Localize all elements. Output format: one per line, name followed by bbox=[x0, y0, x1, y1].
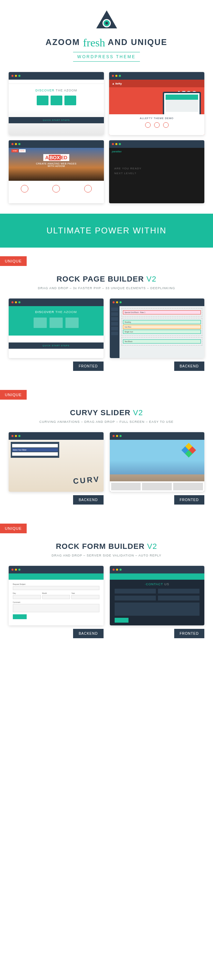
rfb-label-back: BACKEND bbox=[73, 629, 103, 638]
rpb-frontend: DISCOVER THE AZOOM QUICK START STEPS FRO… bbox=[9, 299, 103, 371]
d2-logo: llefty bbox=[112, 82, 122, 85]
header-subtitle: WORDPRESS THEME bbox=[73, 52, 140, 62]
d3-a: A bbox=[45, 155, 49, 160]
demo-boxed: HOMEBLOG ABOXED CREATE AMAZING WEB PAGES… bbox=[9, 140, 104, 203]
curvy-label-front: FRONTED bbox=[174, 495, 204, 504]
rpb-label-back: BACKEND bbox=[174, 361, 204, 371]
d3-b: BOX bbox=[49, 155, 60, 160]
demo-grid: DISCOVER THE AZOOM QUICK START STEPS lle… bbox=[0, 68, 213, 214]
kite-icon bbox=[181, 443, 196, 457]
d2-band-title: ALLEFTY THEME DEMO bbox=[109, 117, 204, 119]
curvy-subtitle: CURVING ANIMATIONS – DRAG AND DROP – FUL… bbox=[0, 420, 213, 423]
power-banner: ULTIMATE POWER WITHIN bbox=[0, 214, 213, 248]
d4-l1b: READY bbox=[130, 167, 141, 170]
d3-c: ED bbox=[60, 155, 67, 160]
d3-sub1: CREATE AMAZING WEB PAGES bbox=[36, 162, 76, 165]
curvy-backend: Select Your Slider CURV BACKEND bbox=[9, 432, 103, 504]
demo-azoom-default: DISCOVER THE AZOOM QUICK START STEPS bbox=[9, 72, 104, 135]
rpb-subtitle: DRAG AND DROP – 3x FASTER PHP – 33 UNIQU… bbox=[0, 286, 213, 290]
section-curvy-slider: UNIQUE CURVY SLIDER V2 CURVING ANIMATION… bbox=[0, 381, 213, 515]
curvy-label-back: BACKEND bbox=[73, 495, 103, 504]
curvy-frontend: DISCOVER AZOOM FRONTED bbox=[110, 432, 205, 504]
unique-badge: UNIQUE bbox=[0, 390, 27, 399]
browser-chrome bbox=[9, 72, 104, 80]
curvy-logo-text: CURV bbox=[73, 475, 100, 486]
demo-parallax: parallax ARE YOU READY NEXT LEVEL? bbox=[109, 140, 204, 203]
curvy-title: CURVY SLIDER V2 bbox=[0, 408, 213, 417]
rfb-subtitle: DRAG AND DROP – SERVER SIDE VALIDATION –… bbox=[0, 554, 213, 557]
rfb-label-front: FRONTED bbox=[174, 629, 204, 638]
d1-discover-1: DISCOVER bbox=[35, 89, 54, 92]
title-part-2: AND UNIQUE bbox=[108, 37, 167, 47]
azoom-logo-icon bbox=[96, 10, 117, 31]
rfb-frontend: ·CONTACT US FRONTED bbox=[110, 566, 205, 638]
d4-l1a: ARE YOU bbox=[114, 167, 130, 170]
d4-l2b: LEVEL? bbox=[124, 172, 136, 175]
d4-l2a: NEXT bbox=[114, 172, 124, 175]
section-rock-page-builder: UNIQUE ROCK PAGE BUILDER V2 DRAG AND DRO… bbox=[0, 248, 213, 381]
rpb-title: ROCK PAGE BUILDER V2 bbox=[0, 275, 213, 283]
section-rock-form-builder: UNIQUE ROCK FORM BUILDER V2 DRAG AND DRO… bbox=[0, 515, 213, 649]
rfb-backend: Request Subject Day Month Year Comment B… bbox=[9, 566, 103, 638]
d1-strip: QUICK START STEPS bbox=[9, 117, 104, 123]
demo-allefty: llefty AZOO ALLEFTY THEME DEMO bbox=[109, 72, 204, 135]
rfb-title: ROCK FORM BUILDER V2 bbox=[0, 542, 213, 551]
d3-sub2: WITH AZOOM bbox=[48, 165, 65, 167]
d1-discover-2: THE AZOOM bbox=[54, 89, 77, 92]
rpb-backend: Special Grid Block - Rate 1 Heading Icon… bbox=[110, 299, 205, 371]
rpb-label-front: FRONTED bbox=[73, 361, 103, 371]
d4-logo: parallax bbox=[112, 150, 122, 153]
unique-badge: UNIQUE bbox=[0, 256, 27, 266]
unique-badge: UNIQUE bbox=[0, 523, 27, 533]
page-header: AZOOM fresh AND UNIQUE WORDPRESS THEME bbox=[0, 0, 213, 68]
title-part-1: AZOOM bbox=[46, 37, 80, 47]
title-fresh: fresh bbox=[83, 37, 105, 49]
header-title: AZOOM fresh AND UNIQUE bbox=[7, 37, 206, 49]
